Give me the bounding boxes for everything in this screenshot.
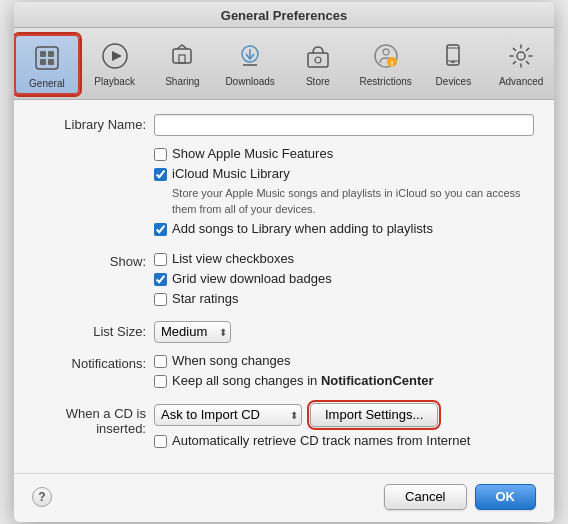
add-songs-checkbox[interactable] [154, 223, 167, 236]
cd-inserted-inline: Ask to Import CD Import CD Import CD and… [154, 403, 534, 427]
toolbar-item-sharing[interactable]: Sharing [150, 34, 216, 95]
toolbar-item-restrictions[interactable]: ! Restrictions [353, 34, 419, 95]
ok-button[interactable]: OK [475, 484, 537, 510]
show-apple-music-checkbox[interactable] [154, 148, 167, 161]
restrictions-icon: ! [368, 38, 404, 74]
library-name-row: Library Name: [34, 114, 534, 136]
list-size-label: List Size: [34, 321, 154, 339]
downloads-icon [232, 38, 268, 74]
toolbar-store-label: Store [306, 76, 330, 87]
auto-retrieve-checkbox[interactable] [154, 435, 167, 448]
preferences-window: General Preferences General [14, 2, 554, 522]
auto-retrieve-checkbox-row: Automatically retrieve CD track names fr… [154, 433, 534, 448]
notifications-row: Notifications: When song changes Keep al… [34, 353, 534, 393]
cd-inserted-control: Ask to Import CD Import CD Import CD and… [154, 403, 534, 453]
apple-music-control: Show Apple Music Features iCloud Music L… [154, 146, 534, 241]
svg-marker-6 [112, 51, 122, 61]
grid-view-checkbox-row: Grid view download badges [154, 271, 534, 286]
library-name-input[interactable] [154, 114, 534, 136]
add-songs-label: Add songs to Library when adding to play… [172, 221, 433, 236]
show-row: Show: List view checkboxes Grid view dow… [34, 251, 534, 311]
toolbar-sharing-label: Sharing [165, 76, 199, 87]
show-label: Show: [34, 251, 154, 269]
svg-point-15 [383, 49, 389, 55]
toolbar-general-label: General [29, 78, 65, 89]
playback-icon [97, 38, 133, 74]
toolbar: General Playback Sharing [14, 28, 554, 100]
svg-rect-3 [40, 59, 46, 65]
list-view-label: List view checkboxes [172, 251, 294, 266]
advanced-icon [503, 38, 539, 74]
svg-rect-1 [40, 51, 46, 57]
list-size-row: List Size: Small Medium Large ⬍ [34, 321, 534, 343]
library-name-control [154, 114, 534, 136]
icloud-music-desc: Store your Apple Music songs and playlis… [172, 186, 534, 217]
show-apple-music-label: Show Apple Music Features [172, 146, 333, 161]
grid-view-checkbox[interactable] [154, 273, 167, 286]
toolbar-item-general[interactable]: General [14, 34, 80, 95]
svg-point-22 [517, 52, 525, 60]
list-view-checkbox[interactable] [154, 253, 167, 266]
toolbar-item-store[interactable]: Store [285, 34, 351, 95]
when-song-checkbox[interactable] [154, 355, 167, 368]
auto-retrieve-label: Automatically retrieve CD track names fr… [172, 433, 470, 448]
grid-view-label: Grid view download badges [172, 271, 332, 286]
svg-rect-12 [308, 53, 328, 67]
icloud-music-label: iCloud Music Library [172, 166, 290, 181]
svg-text:!: ! [390, 59, 393, 68]
icloud-music-checkbox-row: iCloud Music Library [154, 166, 534, 181]
star-ratings-label: Star ratings [172, 291, 238, 306]
footer-left: ? [32, 487, 52, 507]
list-size-select-wrap: Small Medium Large ⬍ [154, 321, 231, 343]
show-control: List view checkboxes Grid view download … [154, 251, 534, 311]
toolbar-item-devices[interactable]: Devices [421, 34, 487, 95]
cd-inserted-row: When a CD is inserted: Ask to Import CD … [34, 403, 534, 453]
notifications-control: When song changes Keep all song changes … [154, 353, 534, 393]
svg-rect-0 [36, 47, 58, 69]
toolbar-downloads-label: Downloads [225, 76, 274, 87]
keep-all-checkbox-row: Keep all song changes in NotificationCen… [154, 373, 534, 388]
cd-inserted-select[interactable]: Ask to Import CD Import CD Import CD and… [154, 404, 302, 426]
apple-music-spacer [34, 146, 154, 149]
library-name-label: Library Name: [34, 114, 154, 132]
list-size-select[interactable]: Small Medium Large [154, 321, 231, 343]
list-view-checkbox-row: List view checkboxes [154, 251, 534, 266]
svg-rect-7 [173, 49, 191, 63]
sharing-icon [164, 38, 200, 74]
keep-all-checkbox[interactable] [154, 375, 167, 388]
help-button[interactable]: ? [32, 487, 52, 507]
toolbar-playback-label: Playback [94, 76, 135, 87]
svg-point-13 [315, 57, 321, 63]
keep-all-label: Keep all song changes in NotificationCen… [172, 373, 434, 388]
when-song-checkbox-row: When song changes [154, 353, 534, 368]
svg-rect-4 [48, 59, 54, 65]
svg-rect-2 [48, 51, 54, 57]
import-settings-button[interactable]: Import Settings... [310, 403, 438, 427]
toolbar-advanced-label: Advanced [499, 76, 543, 87]
cancel-button[interactable]: Cancel [384, 484, 466, 510]
toolbar-devices-label: Devices [436, 76, 472, 87]
toolbar-restrictions-label: Restrictions [360, 76, 412, 87]
list-size-control: Small Medium Large ⬍ [154, 321, 534, 343]
svg-rect-8 [179, 55, 185, 63]
icloud-music-checkbox[interactable] [154, 168, 167, 181]
star-ratings-checkbox-row: Star ratings [154, 291, 534, 306]
content-area: Library Name: Show Apple Music Features … [14, 100, 554, 473]
apple-music-row: Show Apple Music Features iCloud Music L… [34, 146, 534, 241]
show-apple-music-checkbox-row: Show Apple Music Features [154, 146, 534, 161]
store-icon [300, 38, 336, 74]
cd-select-wrap: Ask to Import CD Import CD Import CD and… [154, 404, 302, 426]
toolbar-item-advanced[interactable]: Advanced [488, 34, 554, 95]
toolbar-item-downloads[interactable]: Downloads [217, 34, 283, 95]
footer-buttons: Cancel OK [384, 484, 536, 510]
cd-inserted-label: When a CD is inserted: [34, 403, 154, 436]
add-songs-checkbox-row: Add songs to Library when adding to play… [154, 221, 534, 236]
devices-icon [435, 38, 471, 74]
general-icon [29, 40, 65, 76]
footer: ? Cancel OK [14, 473, 554, 522]
notifications-label: Notifications: [34, 353, 154, 371]
when-song-label: When song changes [172, 353, 291, 368]
toolbar-item-playback[interactable]: Playback [82, 34, 148, 95]
star-ratings-checkbox[interactable] [154, 293, 167, 306]
title-bar: General Preferences [14, 2, 554, 28]
